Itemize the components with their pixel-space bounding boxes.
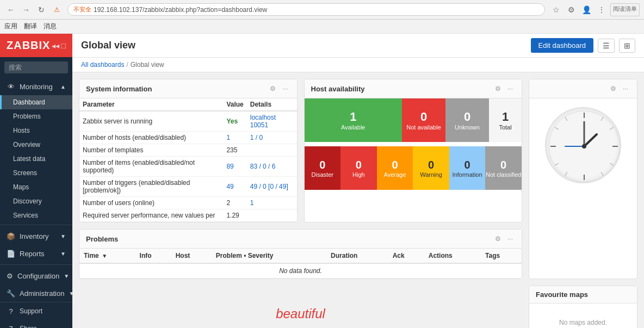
available-bar[interactable]: 1 Available	[305, 98, 403, 142]
sidebar-section-monitoring[interactable]: 👁 Monitoring ▲	[0, 78, 72, 95]
dashboard-grid: System information ⚙ ··· Parameter Value…	[72, 72, 644, 328]
sidebar-section-reports[interactable]: 📄 Reports ▼	[0, 245, 72, 262]
information-bar[interactable]: 0 Information	[449, 146, 486, 190]
disaster-label: Disaster	[312, 171, 333, 178]
host-avail-menu-button[interactable]: ···	[505, 84, 515, 94]
sidebar-item-overview[interactable]: Overview	[0, 138, 72, 152]
breadcrumb: All dashboards / Global view	[72, 58, 644, 72]
problems-settings-button[interactable]: ⚙	[493, 234, 503, 244]
svg-point-16	[582, 144, 586, 148]
availability-bars: 1 Available 0 Not available 0 Unknown	[305, 98, 522, 142]
overview-label: Overview	[13, 141, 40, 148]
high-count: 0	[356, 159, 362, 171]
sidebar-item-hosts[interactable]: Hosts	[0, 123, 72, 138]
bookmark-messages[interactable]: 消息	[44, 22, 57, 31]
back-button[interactable]: ←	[4, 3, 17, 16]
system-info-settings-button[interactable]: ⚙	[268, 84, 278, 94]
col-tags[interactable]: Tags	[481, 249, 522, 263]
sidebar-item-share[interactable]: Z Share	[0, 320, 72, 328]
sidebar-item-maps[interactable]: Maps	[0, 180, 72, 194]
average-bar[interactable]: 0 Average	[377, 146, 413, 190]
system-info-table: Parameter Value Details Zabbix server is…	[79, 98, 297, 222]
system-info-menu-button[interactable]: ···	[280, 84, 290, 94]
clock-container	[529, 98, 637, 192]
col-host[interactable]: Host	[171, 249, 212, 263]
bookmark-apps[interactable]: 应用	[4, 22, 17, 31]
total-bar: 1 Total	[489, 98, 522, 142]
problems-header: Problems ⚙ ···	[79, 230, 522, 249]
forward-button[interactable]: →	[20, 3, 33, 16]
unavailable-bar[interactable]: 0 Not available	[402, 98, 445, 142]
host-avail-settings-button[interactable]: ⚙	[493, 84, 503, 94]
grid-view-button[interactable]: ⊞	[619, 39, 635, 53]
unavailable-label: Not available	[406, 124, 441, 131]
col-actions[interactable]: Actions	[424, 249, 481, 263]
unknown-bar[interactable]: 0 Unknown	[445, 98, 489, 142]
svg-line-12	[565, 172, 567, 176]
admin-label: Administration	[20, 289, 64, 298]
reload-button[interactable]: ↻	[35, 3, 48, 16]
sidebar-item-support[interactable]: ? Support	[0, 302, 72, 320]
warning-bar[interactable]: 0 Warning	[413, 146, 449, 190]
page-title: Global view	[81, 40, 135, 51]
bookmark-star-button[interactable]: ☆	[549, 3, 562, 16]
extensions-button[interactable]: ⚙	[565, 3, 578, 16]
profile-button[interactable]: 👤	[580, 3, 593, 16]
table-row: Zabbix server is runningYeslocalhost 100…	[79, 111, 297, 132]
details-cell	[247, 209, 297, 222]
param-cell: Required server performance, new values …	[79, 209, 223, 222]
host-avail-header: Host availability ⚙ ···	[305, 79, 522, 98]
sidebar-item-dashboard[interactable]: Dashboard	[0, 95, 72, 109]
sidebar-item-latest-data[interactable]: Latest data	[0, 152, 72, 166]
high-bar[interactable]: 0 High	[340, 146, 377, 190]
sidebar-item-discovery[interactable]: Discovery	[0, 194, 72, 208]
clock-menu-button[interactable]: ···	[621, 84, 630, 94]
fav-maps-header: Favourite maps	[529, 286, 637, 304]
svg-line-7	[610, 163, 614, 165]
list-view-button[interactable]: ☰	[598, 39, 615, 53]
problems-menu-button[interactable]: ···	[505, 234, 515, 244]
search-input[interactable]	[4, 61, 68, 73]
reports-arrow: ▼	[60, 251, 66, 257]
svg-line-9	[565, 117, 567, 121]
app-container: ZABBIX ◂◂ □ 👁 Monitoring ▲ Dashboard Pro…	[0, 34, 644, 328]
bookmark-translate[interactable]: 翻译	[24, 22, 37, 31]
col-ack[interactable]: Ack	[388, 249, 424, 263]
kiosk-icon[interactable]: □	[61, 41, 66, 50]
disaster-count: 0	[319, 159, 325, 171]
clock-settings-button[interactable]: ⚙	[608, 84, 618, 94]
col-problem[interactable]: Problem • Severity	[212, 249, 326, 263]
host-avail-actions: ⚙ ···	[493, 84, 515, 94]
svg-line-11	[555, 163, 559, 165]
services-label: Services	[13, 212, 38, 219]
sidebar-section-administration[interactable]: 🔧 Administration ▼	[0, 284, 72, 302]
param-cell: Number of items (enabled/disabled/not su…	[79, 157, 223, 177]
support-icon: ?	[7, 307, 15, 315]
edit-dashboard-button[interactable]: Edit dashboard	[531, 38, 593, 53]
sidebar-section-inventory[interactable]: 📦 Inventory ▼	[0, 227, 72, 245]
col-duration[interactable]: Duration	[326, 249, 388, 263]
reader-mode[interactable]: 阅读清单	[610, 3, 640, 16]
clock-panel: ⚙ ···	[529, 79, 637, 279]
sidebar-item-services[interactable]: Services	[0, 208, 72, 222]
sidebar-item-problems[interactable]: Problems	[0, 109, 72, 123]
reports-icon: 📄	[7, 249, 15, 258]
col-time[interactable]: Time ▼	[79, 249, 135, 263]
host-avail-content: 1 Available 0 Not available 0 Unknown	[305, 98, 522, 190]
url-bar[interactable]: 不安全 192.168.102.137/zabbix/zabbix.php?ac…	[67, 3, 545, 16]
col-details: Details	[247, 98, 297, 111]
table-row: Number of triggers (enabled/disabled [pr…	[79, 177, 297, 197]
value-cell: 235	[223, 144, 246, 157]
not-classified-bar[interactable]: 0 Not classified	[485, 146, 522, 190]
host-avail-title: Host availability	[311, 85, 365, 93]
problems-table: Time ▼ Info Host Problem • Severity Dura…	[79, 249, 522, 279]
breadcrumb-parent[interactable]: All dashboards	[81, 61, 124, 69]
collapse-icon[interactable]: ◂◂	[52, 41, 59, 50]
col-info[interactable]: Info	[135, 249, 171, 263]
nav-buttons: ← → ↻ ⚠	[4, 3, 63, 16]
svg-line-13	[584, 134, 597, 146]
sidebar-item-screens[interactable]: Screens	[0, 166, 72, 180]
menu-button[interactable]: ⋮	[595, 3, 608, 16]
sidebar-section-configuration[interactable]: ⚙ Configuration ▼	[0, 267, 72, 284]
disaster-bar[interactable]: 0 Disaster	[305, 146, 341, 190]
